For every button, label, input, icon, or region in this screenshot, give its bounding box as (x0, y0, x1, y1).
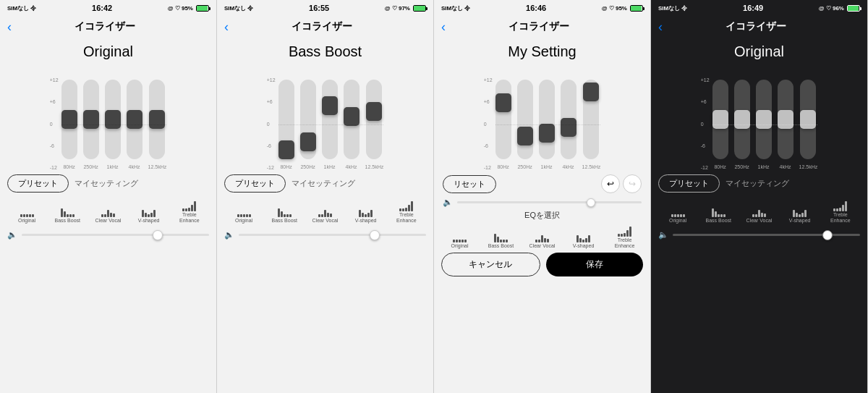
slider-track[interactable] (778, 80, 793, 159)
slider-track[interactable] (712, 80, 728, 159)
slider-thumb[interactable] (366, 102, 382, 121)
eq-list-item[interactable]: Clear Vocal (529, 229, 556, 249)
status-right: @ ♡ 95% (168, 5, 209, 12)
slider-track[interactable] (83, 80, 99, 159)
slider-thumb[interactable] (61, 110, 77, 129)
slider-thumb[interactable] (539, 124, 555, 143)
slider-track[interactable] (300, 80, 316, 159)
eq-list-item[interactable]: Original (665, 204, 691, 224)
slider-thumb[interactable] (756, 110, 772, 129)
slider-thumb[interactable] (778, 110, 793, 129)
slider-track[interactable] (322, 80, 338, 159)
save-button[interactable]: 保存 (546, 253, 644, 276)
eq-list-item[interactable]: Treble Enhance (393, 198, 420, 223)
eq-list-item[interactable]: Treble Enhance (612, 224, 638, 248)
slider-thumb[interactable] (83, 110, 99, 129)
freq-label: 4kHz (129, 164, 140, 169)
eq-list-item[interactable]: V-shaped (353, 204, 379, 224)
my-setting-label: マイセッティング (726, 178, 789, 189)
nav-title: イコライザー (446, 20, 631, 33)
volume-thumb[interactable] (153, 230, 163, 240)
eq-db-labels: +12+60-6-12 (267, 77, 276, 172)
slider-track[interactable] (149, 80, 165, 159)
slider-track[interactable] (800, 80, 816, 159)
slider-track[interactable] (127, 80, 142, 159)
slider-thumb[interactable] (322, 96, 338, 115)
eq-list-item[interactable]: Treble Enhance (176, 198, 203, 223)
eq-list-item[interactable]: V-shaped (571, 229, 597, 249)
slider-thumb[interactable] (800, 110, 816, 129)
slider-thumb[interactable] (149, 110, 165, 129)
db-label: 0 (50, 122, 59, 127)
volume-thumb[interactable] (822, 230, 833, 240)
eq-mini-bars (576, 229, 590, 242)
slider-track[interactable] (366, 80, 382, 159)
slider-track[interactable] (61, 80, 77, 159)
preset-button[interactable]: プリセット (658, 174, 720, 193)
eq-mini-bars (712, 204, 726, 217)
undo-button[interactable]: ↩ (601, 174, 620, 193)
preset-button[interactable]: プリセット (224, 174, 286, 193)
eq-area: +12+60-6-1280Hz250Hz1kHz4kHz12.5kHz (0, 63, 216, 172)
volume-thumb[interactable] (370, 230, 380, 240)
volume-track[interactable] (673, 234, 860, 236)
volume-icon: 🔈 (224, 230, 234, 240)
slider-thumb[interactable] (583, 83, 599, 101)
eq-list: OriginalBass BoostClear VocalV-shapedTre… (224, 197, 426, 224)
slider-track[interactable] (105, 80, 121, 159)
eq-list-item[interactable]: Bass Boost (488, 229, 514, 249)
eq-list-item[interactable]: Original (14, 204, 40, 224)
slider-track[interactable] (734, 80, 750, 159)
bottom-section: プリセット マイセッティング OriginalBass BoostClear V… (651, 172, 867, 393)
eq-list-item[interactable]: Clear Vocal (95, 204, 121, 224)
slider-thumb[interactable] (517, 127, 533, 145)
sliders-container: 80Hz250Hz1kHz4kHz12.5kHz (495, 77, 601, 172)
cancel-button[interactable]: キャンセル (441, 253, 540, 276)
eq-mini-bars (494, 229, 508, 242)
slider-thumb[interactable] (734, 110, 750, 129)
sliders-container: 80Hz250Hz1kHz4kHz12.5kHz (61, 77, 167, 172)
eq-list-item[interactable]: V-shaped (136, 204, 162, 224)
slider-track[interactable] (344, 80, 359, 159)
eq-item-label: Treble Enhance (396, 212, 417, 223)
volume-track[interactable] (22, 234, 209, 236)
slider-thumb[interactable] (712, 110, 728, 129)
slider-thumb[interactable] (561, 118, 576, 137)
redo-button[interactable]: ↪ (623, 174, 642, 193)
slider-track[interactable] (583, 80, 599, 159)
status-left: SIMなし 令 (658, 4, 687, 12)
my-setting-label: マイセッティング (75, 178, 138, 189)
volume-track[interactable] (239, 234, 426, 236)
slider-thumb[interactable] (127, 110, 142, 129)
slider-track[interactable] (517, 80, 533, 159)
slider-thumb[interactable] (105, 110, 121, 129)
slider-thumb[interactable] (495, 93, 511, 112)
preset-name: My Setting (434, 43, 650, 60)
slider-column-2: 1kHz (539, 80, 555, 169)
eq-list-item[interactable]: Treble Enhance (827, 198, 854, 223)
eq-list-item[interactable]: Clear Vocal (746, 204, 772, 224)
volume-thumb[interactable] (587, 198, 595, 207)
slider-track[interactable] (278, 80, 294, 159)
slider-track[interactable] (561, 80, 576, 159)
eq-list-item[interactable]: Bass Boost (705, 204, 731, 224)
eq-list-item[interactable]: V-shaped (787, 204, 813, 224)
slider-track[interactable] (756, 80, 772, 159)
slider-track[interactable] (495, 80, 511, 159)
eq-list-item[interactable]: Original (447, 229, 473, 249)
reset-button[interactable]: リセット (443, 175, 496, 193)
freq-label: 80Hz (63, 164, 75, 169)
status-left: SIMなし 令 (7, 4, 36, 12)
slider-thumb[interactable] (300, 132, 316, 151)
volume-track[interactable] (457, 201, 642, 203)
slider-thumb[interactable] (278, 140, 294, 159)
preset-button[interactable]: プリセット (7, 174, 69, 193)
eq-list-item[interactable]: Bass Boost (271, 204, 297, 224)
eq-mini-bars (453, 229, 467, 242)
eq-list-item[interactable]: Bass Boost (54, 204, 80, 224)
eq-mini-bars (237, 204, 251, 217)
eq-list-item[interactable]: Clear Vocal (312, 204, 338, 224)
slider-track[interactable] (539, 80, 555, 159)
eq-list-item[interactable]: Original (231, 204, 257, 224)
slider-thumb[interactable] (344, 107, 359, 126)
